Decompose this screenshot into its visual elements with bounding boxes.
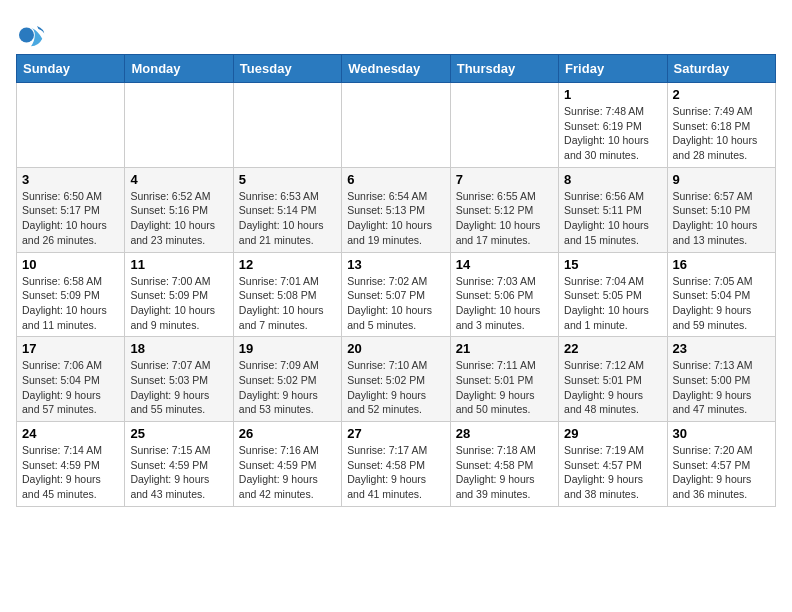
calendar-cell: 28Sunrise: 7:18 AM Sunset: 4:58 PM Dayli… — [450, 422, 558, 507]
calendar-cell — [342, 83, 450, 168]
calendar-week-3: 17Sunrise: 7:06 AM Sunset: 5:04 PM Dayli… — [17, 337, 776, 422]
calendar-cell: 6Sunrise: 6:54 AM Sunset: 5:13 PM Daylig… — [342, 167, 450, 252]
calendar-cell: 23Sunrise: 7:13 AM Sunset: 5:00 PM Dayli… — [667, 337, 775, 422]
calendar-cell: 22Sunrise: 7:12 AM Sunset: 5:01 PM Dayli… — [559, 337, 667, 422]
day-number: 13 — [347, 257, 444, 272]
calendar-cell: 19Sunrise: 7:09 AM Sunset: 5:02 PM Dayli… — [233, 337, 341, 422]
weekday-header-monday: Monday — [125, 55, 233, 83]
calendar-cell: 17Sunrise: 7:06 AM Sunset: 5:04 PM Dayli… — [17, 337, 125, 422]
day-number: 29 — [564, 426, 661, 441]
calendar-cell — [125, 83, 233, 168]
calendar-cell: 9Sunrise: 6:57 AM Sunset: 5:10 PM Daylig… — [667, 167, 775, 252]
weekday-header-row: SundayMondayTuesdayWednesdayThursdayFrid… — [17, 55, 776, 83]
calendar-cell: 29Sunrise: 7:19 AM Sunset: 4:57 PM Dayli… — [559, 422, 667, 507]
day-info: Sunrise: 6:58 AM Sunset: 5:09 PM Dayligh… — [22, 274, 119, 333]
day-info: Sunrise: 6:52 AM Sunset: 5:16 PM Dayligh… — [130, 189, 227, 248]
calendar-cell: 21Sunrise: 7:11 AM Sunset: 5:01 PM Dayli… — [450, 337, 558, 422]
calendar-cell — [450, 83, 558, 168]
calendar-cell: 4Sunrise: 6:52 AM Sunset: 5:16 PM Daylig… — [125, 167, 233, 252]
day-info: Sunrise: 6:55 AM Sunset: 5:12 PM Dayligh… — [456, 189, 553, 248]
calendar-cell: 12Sunrise: 7:01 AM Sunset: 5:08 PM Dayli… — [233, 252, 341, 337]
calendar-cell: 24Sunrise: 7:14 AM Sunset: 4:59 PM Dayli… — [17, 422, 125, 507]
calendar-cell: 26Sunrise: 7:16 AM Sunset: 4:59 PM Dayli… — [233, 422, 341, 507]
day-number: 23 — [673, 341, 770, 356]
calendar-cell: 2Sunrise: 7:49 AM Sunset: 6:18 PM Daylig… — [667, 83, 775, 168]
weekday-header-wednesday: Wednesday — [342, 55, 450, 83]
day-info: Sunrise: 7:13 AM Sunset: 5:00 PM Dayligh… — [673, 358, 770, 417]
day-info: Sunrise: 7:12 AM Sunset: 5:01 PM Dayligh… — [564, 358, 661, 417]
calendar-cell: 25Sunrise: 7:15 AM Sunset: 4:59 PM Dayli… — [125, 422, 233, 507]
calendar-cell: 20Sunrise: 7:10 AM Sunset: 5:02 PM Dayli… — [342, 337, 450, 422]
day-info: Sunrise: 7:18 AM Sunset: 4:58 PM Dayligh… — [456, 443, 553, 502]
day-number: 27 — [347, 426, 444, 441]
day-number: 14 — [456, 257, 553, 272]
day-info: Sunrise: 7:14 AM Sunset: 4:59 PM Dayligh… — [22, 443, 119, 502]
calendar-cell: 10Sunrise: 6:58 AM Sunset: 5:09 PM Dayli… — [17, 252, 125, 337]
day-number: 3 — [22, 172, 119, 187]
weekday-header-tuesday: Tuesday — [233, 55, 341, 83]
calendar-cell: 15Sunrise: 7:04 AM Sunset: 5:05 PM Dayli… — [559, 252, 667, 337]
calendar-week-2: 10Sunrise: 6:58 AM Sunset: 5:09 PM Dayli… — [17, 252, 776, 337]
day-number: 10 — [22, 257, 119, 272]
day-number: 17 — [22, 341, 119, 356]
day-number: 2 — [673, 87, 770, 102]
day-info: Sunrise: 7:01 AM Sunset: 5:08 PM Dayligh… — [239, 274, 336, 333]
day-number: 30 — [673, 426, 770, 441]
day-info: Sunrise: 6:53 AM Sunset: 5:14 PM Dayligh… — [239, 189, 336, 248]
day-info: Sunrise: 7:19 AM Sunset: 4:57 PM Dayligh… — [564, 443, 661, 502]
day-number: 15 — [564, 257, 661, 272]
day-info: Sunrise: 7:03 AM Sunset: 5:06 PM Dayligh… — [456, 274, 553, 333]
day-info: Sunrise: 7:06 AM Sunset: 5:04 PM Dayligh… — [22, 358, 119, 417]
calendar-cell: 8Sunrise: 6:56 AM Sunset: 5:11 PM Daylig… — [559, 167, 667, 252]
day-number: 24 — [22, 426, 119, 441]
day-info: Sunrise: 6:56 AM Sunset: 5:11 PM Dayligh… — [564, 189, 661, 248]
day-info: Sunrise: 7:17 AM Sunset: 4:58 PM Dayligh… — [347, 443, 444, 502]
day-number: 1 — [564, 87, 661, 102]
day-number: 8 — [564, 172, 661, 187]
day-number: 11 — [130, 257, 227, 272]
calendar-week-1: 3Sunrise: 6:50 AM Sunset: 5:17 PM Daylig… — [17, 167, 776, 252]
day-number: 4 — [130, 172, 227, 187]
day-number: 18 — [130, 341, 227, 356]
weekday-header-sunday: Sunday — [17, 55, 125, 83]
day-info: Sunrise: 7:05 AM Sunset: 5:04 PM Dayligh… — [673, 274, 770, 333]
day-number: 6 — [347, 172, 444, 187]
calendar-cell: 5Sunrise: 6:53 AM Sunset: 5:14 PM Daylig… — [233, 167, 341, 252]
calendar-cell — [17, 83, 125, 168]
calendar-cell: 18Sunrise: 7:07 AM Sunset: 5:03 PM Dayli… — [125, 337, 233, 422]
day-number: 22 — [564, 341, 661, 356]
logo — [16, 20, 50, 50]
calendar-cell: 30Sunrise: 7:20 AM Sunset: 4:57 PM Dayli… — [667, 422, 775, 507]
weekday-header-friday: Friday — [559, 55, 667, 83]
day-info: Sunrise: 6:50 AM Sunset: 5:17 PM Dayligh… — [22, 189, 119, 248]
day-info: Sunrise: 7:02 AM Sunset: 5:07 PM Dayligh… — [347, 274, 444, 333]
day-number: 9 — [673, 172, 770, 187]
day-info: Sunrise: 7:11 AM Sunset: 5:01 PM Dayligh… — [456, 358, 553, 417]
calendar-week-4: 24Sunrise: 7:14 AM Sunset: 4:59 PM Dayli… — [17, 422, 776, 507]
day-number: 5 — [239, 172, 336, 187]
logo-icon — [16, 20, 46, 50]
day-number: 16 — [673, 257, 770, 272]
day-info: Sunrise: 7:49 AM Sunset: 6:18 PM Dayligh… — [673, 104, 770, 163]
weekday-header-saturday: Saturday — [667, 55, 775, 83]
day-number: 20 — [347, 341, 444, 356]
day-number: 25 — [130, 426, 227, 441]
day-info: Sunrise: 7:04 AM Sunset: 5:05 PM Dayligh… — [564, 274, 661, 333]
svg-point-0 — [19, 28, 34, 43]
calendar-cell: 16Sunrise: 7:05 AM Sunset: 5:04 PM Dayli… — [667, 252, 775, 337]
day-number: 28 — [456, 426, 553, 441]
day-number: 7 — [456, 172, 553, 187]
calendar-cell: 13Sunrise: 7:02 AM Sunset: 5:07 PM Dayli… — [342, 252, 450, 337]
day-number: 19 — [239, 341, 336, 356]
calendar-cell: 3Sunrise: 6:50 AM Sunset: 5:17 PM Daylig… — [17, 167, 125, 252]
day-info: Sunrise: 7:20 AM Sunset: 4:57 PM Dayligh… — [673, 443, 770, 502]
calendar-cell: 14Sunrise: 7:03 AM Sunset: 5:06 PM Dayli… — [450, 252, 558, 337]
day-info: Sunrise: 6:57 AM Sunset: 5:10 PM Dayligh… — [673, 189, 770, 248]
day-number: 26 — [239, 426, 336, 441]
day-info: Sunrise: 7:00 AM Sunset: 5:09 PM Dayligh… — [130, 274, 227, 333]
day-info: Sunrise: 7:15 AM Sunset: 4:59 PM Dayligh… — [130, 443, 227, 502]
weekday-header-thursday: Thursday — [450, 55, 558, 83]
calendar-cell: 1Sunrise: 7:48 AM Sunset: 6:19 PM Daylig… — [559, 83, 667, 168]
day-number: 12 — [239, 257, 336, 272]
calendar-cell: 27Sunrise: 7:17 AM Sunset: 4:58 PM Dayli… — [342, 422, 450, 507]
